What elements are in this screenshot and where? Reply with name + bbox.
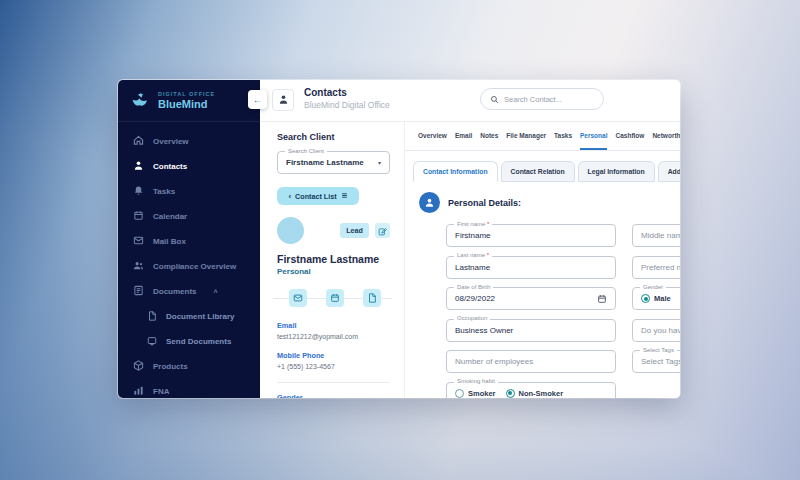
contact-search [480, 88, 604, 110]
document-icon [133, 285, 144, 298]
sidebar-item-label: Mail Box [153, 237, 186, 246]
contact-list-label: Contact List [295, 192, 337, 201]
sidebar-collapse-button[interactable]: ← [248, 90, 267, 109]
tab-personal[interactable]: Personal [580, 122, 607, 150]
date-of-birth-field: Date of Birth [446, 287, 616, 310]
tab-cashflow[interactable]: Cashflow [615, 122, 644, 150]
smoking-radio-non-smoker[interactable] [506, 389, 515, 398]
brand-tagline: DIGITAL OFFICE [158, 91, 215, 97]
client-select[interactable]: Search Client Firstname Lastname ▾ [277, 151, 390, 174]
home-icon [133, 135, 144, 148]
subtab-additional-information[interactable]: Additional I [658, 161, 680, 182]
sidebar-item-label: Calendar [153, 212, 187, 221]
divider [277, 382, 390, 383]
file-icon [147, 311, 157, 323]
sidebar-item-overview[interactable]: Overview [118, 129, 260, 154]
gender-radio-male[interactable] [641, 294, 650, 303]
tab-overview[interactable]: Overview [418, 122, 447, 150]
person-icon [278, 91, 289, 109]
middle-name-input[interactable] [641, 231, 680, 240]
calendar-action-button[interactable] [326, 289, 344, 307]
tab-networth[interactable]: Networth [652, 122, 680, 150]
smoking-habit-label: Smoking habit [454, 378, 498, 384]
sidebar-item-document-library[interactable]: Document Library [118, 304, 260, 329]
search-client-heading: Search Client [277, 132, 390, 142]
sidebar-item-fna[interactable]: FNA [118, 379, 260, 398]
header: Contacts BlueMind Digital Office [260, 80, 680, 122]
last-name-field: Last name * [446, 256, 616, 279]
section-title: Personal Details: [448, 198, 521, 208]
people-icon [133, 260, 144, 273]
subtab-legal-information[interactable]: Legal Information [578, 161, 655, 182]
sidebar-item-compliance-overview[interactable]: Compliance Overview [118, 254, 260, 279]
sidebar-item-label: Send Documents [166, 337, 231, 346]
file-icon [367, 289, 377, 307]
sidebar-item-label: Tasks [153, 187, 175, 196]
tab-email[interactable]: Email [455, 122, 472, 150]
date-of-birth-input[interactable] [455, 294, 597, 303]
preferred-name-field [632, 256, 680, 279]
smoking-radio-smoker[interactable] [455, 389, 464, 398]
sidebar-item-send-documents[interactable]: Send Documents [118, 329, 260, 354]
tab-notes[interactable]: Notes [480, 122, 498, 150]
preferred-name-input[interactable] [641, 263, 680, 272]
contact-list-button[interactable]: ‹ Contact List [277, 187, 359, 205]
subtab-contact-relation[interactable]: Contact Relation [501, 161, 575, 182]
chevron-up-icon: ^ [214, 289, 218, 296]
gender-option-label: Male [654, 294, 671, 303]
occupation-field: Occupation [446, 319, 616, 342]
last-name-label: Last name [457, 252, 485, 258]
personal-details-section: Personal Details: First name * Last name… [405, 182, 680, 398]
client-quick-actions [277, 289, 390, 307]
sidebar-item-mailbox[interactable]: Mail Box [118, 229, 260, 254]
sidebar-item-contacts[interactable]: Contacts [118, 154, 260, 179]
sidebar-item-label: Products [153, 362, 188, 371]
calendar-icon [133, 210, 144, 223]
form-spacer [632, 382, 680, 399]
smoking-habit-field: Smoking habit Smoker Non-Smoker [446, 382, 616, 399]
sidebar-nav: Overview Contacts Tasks Calendar Mail Bo… [118, 122, 260, 398]
tab-file-manager[interactable]: File Manager [506, 122, 546, 150]
sidebar-item-label: Compliance Overview [153, 262, 236, 271]
tab-tasks[interactable]: Tasks [554, 122, 572, 150]
occupation-input[interactable] [455, 326, 607, 335]
sidebar-item-calendar[interactable]: Calendar [118, 204, 260, 229]
bell-icon [133, 185, 144, 198]
client-select-value: Firstname Lastname [286, 158, 364, 167]
last-name-input[interactable] [455, 263, 607, 272]
calendar-icon [330, 289, 340, 307]
do-you-have-input[interactable] [641, 326, 680, 335]
select-tags-field[interactable]: Select Tags Select Tags [632, 350, 680, 373]
search-icon [490, 90, 499, 108]
client-select-label: Search Client [285, 148, 327, 154]
client-type: Personal [277, 267, 390, 276]
contact-search-input[interactable] [504, 95, 594, 104]
subtab-contact-information[interactable]: Contact Information [413, 161, 498, 182]
number-of-employees-input[interactable] [455, 357, 607, 366]
select-tags-placeholder: Select Tags [641, 357, 680, 366]
personal-subtabs: Contact Information Contact Relation Leg… [413, 161, 680, 182]
chart-bars-icon [133, 385, 144, 398]
date-of-birth-label: Date of Birth [454, 284, 493, 290]
client-panel: Search Client Search Client Firstname La… [260, 122, 405, 398]
page-subtitle: BlueMind Digital Office [304, 100, 390, 110]
do-you-have-field [632, 319, 680, 342]
email-action-button[interactable] [289, 289, 307, 307]
first-name-field: First name * [446, 224, 616, 247]
email-value: test121212@yopmail.com [277, 333, 390, 340]
sidebar-item-products[interactable]: Products [118, 354, 260, 379]
sidebar-item-documents[interactable]: Documents ^ [118, 279, 260, 304]
envelope-icon [293, 289, 303, 307]
personal-details-icon [419, 192, 440, 213]
first-name-input[interactable] [455, 231, 607, 240]
calendar-icon[interactable] [597, 290, 607, 308]
sidebar-item-label: Contacts [153, 162, 187, 171]
chevron-down-icon: ▾ [378, 159, 381, 166]
document-action-button[interactable] [363, 289, 381, 307]
sidebar-item-tasks[interactable]: Tasks [118, 179, 260, 204]
arrow-left-icon: ← [253, 94, 263, 105]
middle-name-field [632, 224, 680, 247]
edit-client-button[interactable] [375, 223, 390, 238]
occupation-label: Occupation [454, 315, 490, 321]
lead-status-badge: Lead [340, 223, 369, 238]
